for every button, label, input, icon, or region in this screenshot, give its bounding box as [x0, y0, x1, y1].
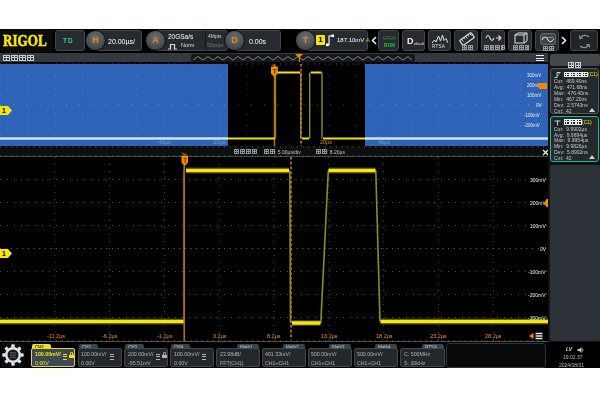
- svg-text:1: 1: [2, 107, 6, 114]
- svg-text:T: T: [273, 68, 277, 75]
- svg-text:1: 1: [2, 250, 6, 257]
- svg-text:T: T: [183, 157, 187, 164]
